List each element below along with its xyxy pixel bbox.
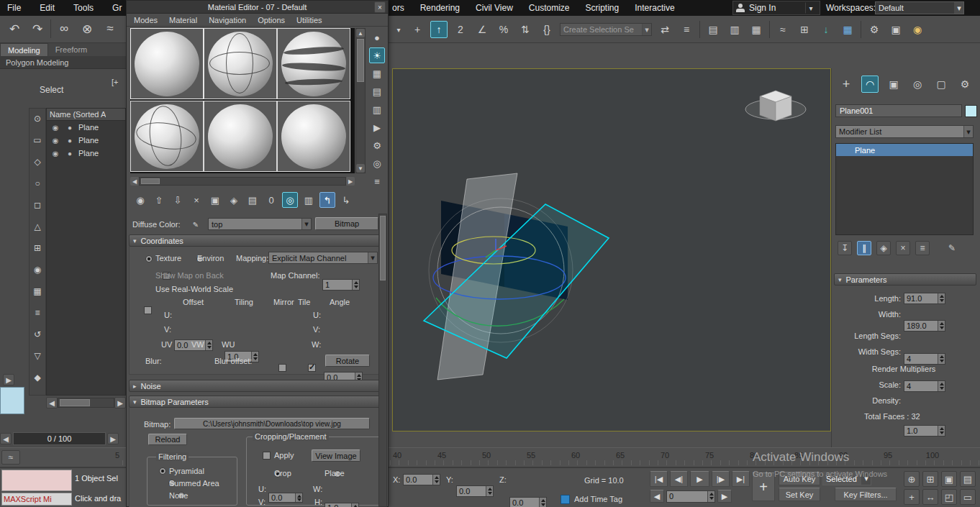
redo-icon[interactable]: ↷ bbox=[27, 19, 47, 39]
create-tab-icon[interactable]: + bbox=[838, 76, 855, 93]
layer-manager-icon[interactable]: ▤ bbox=[704, 21, 722, 38]
material-editor-titlebar[interactable]: Material Editor - 07 - Default × bbox=[127, 1, 388, 14]
rotate-button[interactable]: Rotate bbox=[325, 355, 370, 367]
mini-curve-editor-button[interactable]: ≈ bbox=[1, 450, 20, 465]
spinner-arrows[interactable] bbox=[938, 354, 945, 364]
menu-file[interactable]: File bbox=[7, 3, 21, 13]
explorer-helpers-icon[interactable]: ⊞ bbox=[30, 241, 45, 255]
scroll-left-icon[interactable]: ◀ bbox=[46, 397, 58, 408]
previous-frame-button[interactable]: ◀| bbox=[670, 471, 688, 487]
generate-preview-icon[interactable]: ▶ bbox=[369, 119, 385, 135]
mapping-dropdown[interactable]: Explicit Map Channel ▾ bbox=[268, 252, 378, 264]
scroll-right-icon[interactable]: ▶ bbox=[346, 177, 355, 186]
tab-freeform[interactable]: Freeform bbox=[48, 43, 95, 56]
background-icon[interactable]: ▦ bbox=[369, 65, 385, 81]
panel-expand-arrow-icon[interactable]: ▶ bbox=[3, 374, 14, 385]
zoom-extents-all-icon[interactable]: ▤ bbox=[960, 471, 976, 487]
menu-scripting[interactable]: Scripting bbox=[586, 3, 620, 13]
apply-checkbox[interactable] bbox=[263, 452, 271, 460]
toolbar-flyout-caret-icon[interactable]: ▾ bbox=[393, 24, 404, 35]
select-and-link-icon[interactable]: ∞ bbox=[54, 19, 74, 39]
workspaces-dropdown[interactable]: Default ▾ bbox=[875, 1, 964, 14]
explorer-row-plane-3[interactable]: ◉ ● Plane bbox=[47, 147, 125, 160]
show-end-result-icon[interactable]: ∥ bbox=[857, 241, 871, 255]
put-material-to-scene-icon[interactable]: ⇧ bbox=[151, 192, 167, 208]
grid-view-icon[interactable]: ▦ bbox=[839, 21, 856, 38]
scrollbar-thumb[interactable] bbox=[380, 216, 386, 280]
me-menu-navigation[interactable]: Navigation bbox=[209, 16, 246, 24]
material-map-navigator-icon[interactable]: ≡ bbox=[369, 173, 385, 189]
material-editor-scrollbar[interactable] bbox=[378, 214, 387, 507]
menu-modifiers[interactable]: ors bbox=[392, 3, 404, 13]
scrollbar-thumb[interactable] bbox=[141, 178, 160, 184]
bind-to-space-warp-icon[interactable]: ≈ bbox=[100, 19, 120, 39]
explorer-geometry-icon[interactable]: ◇ bbox=[30, 155, 45, 169]
object-name-field[interactable]: Plane001 bbox=[835, 104, 962, 117]
create-selection-set-dropdown[interactable]: Create Selection Se ▾ bbox=[560, 23, 652, 36]
scale-field[interactable]: 1.0 bbox=[904, 425, 945, 437]
parameters-rollout-header[interactable]: ▾ Parameters bbox=[834, 273, 976, 286]
select-and-place-icon[interactable]: ↑ bbox=[430, 21, 448, 38]
visibility-eye-icon[interactable]: ◉ bbox=[50, 134, 61, 146]
explorer-row-plane-1[interactable]: ◉ ● Plane bbox=[47, 121, 125, 134]
menu-civil-view[interactable]: Civil View bbox=[476, 3, 513, 13]
sample-slots-vscrollbar[interactable]: ▲ ▼ bbox=[355, 28, 366, 173]
spinner-arrows[interactable] bbox=[351, 503, 358, 507]
z-coordinate-field[interactable]: 0.0 bbox=[509, 497, 547, 507]
make-unique-icon[interactable]: ◈ bbox=[226, 192, 242, 208]
visibility-eye-icon[interactable]: ◉ bbox=[50, 147, 61, 159]
spinner-arrows[interactable] bbox=[486, 486, 493, 496]
zoom-all-icon[interactable]: ⊞ bbox=[922, 471, 938, 487]
current-frame-field[interactable]: 0 bbox=[666, 490, 715, 503]
sample-slots-hscrollbar[interactable]: ◀ ▶ bbox=[130, 176, 355, 186]
curve-editor-icon[interactable]: ≈ bbox=[774, 21, 791, 38]
render-setup-icon[interactable]: ⚙ bbox=[866, 21, 883, 38]
material-slot-4[interactable] bbox=[130, 101, 204, 172]
object-dot-icon[interactable]: ● bbox=[64, 134, 76, 146]
spinner-arrows[interactable] bbox=[938, 321, 945, 331]
coordinates-rollout-header[interactable]: ▾ Coordinates bbox=[129, 234, 386, 247]
named-selection-sets-icon[interactable]: {} bbox=[538, 21, 555, 38]
menu-edit[interactable]: Edit bbox=[40, 3, 55, 13]
width-segs-field[interactable]: 4 bbox=[904, 380, 945, 392]
auto-key-button[interactable]: Auto Key bbox=[779, 472, 820, 485]
video-color-check-icon[interactable]: ▥ bbox=[369, 101, 385, 117]
spinner-arrows[interactable] bbox=[938, 293, 945, 303]
me-menu-options[interactable]: Options bbox=[258, 16, 285, 24]
key-filters-button[interactable]: Key Filters... bbox=[835, 488, 897, 501]
unlink-selection-icon[interactable]: ⊗ bbox=[77, 19, 97, 39]
material-slot-1[interactable] bbox=[130, 28, 204, 99]
spinner-arrows[interactable] bbox=[707, 491, 714, 502]
explorer-scrollbar[interactable]: ◀ ▶ bbox=[46, 397, 126, 408]
object-color-swatch[interactable] bbox=[965, 105, 977, 117]
play-button[interactable]: ▶ bbox=[690, 471, 709, 487]
undo-icon[interactable]: ↶ bbox=[4, 19, 24, 39]
remove-modifier-icon[interactable]: × bbox=[896, 241, 910, 255]
explorer-bones-icon[interactable]: ▽ bbox=[30, 349, 45, 363]
spinner-arrows[interactable] bbox=[205, 340, 212, 350]
use-real-world-scale-checkbox[interactable] bbox=[144, 306, 152, 314]
menu-rendering[interactable]: Rendering bbox=[420, 3, 460, 13]
visibility-eye-icon[interactable]: ◉ bbox=[50, 122, 61, 133]
angle-snap-icon[interactable]: ∠ bbox=[473, 21, 491, 38]
explorer-lights-icon[interactable]: ◻ bbox=[30, 198, 45, 212]
scroll-down-icon[interactable]: ▼ bbox=[356, 164, 365, 173]
time-forward-icon[interactable]: ▶ bbox=[107, 433, 119, 444]
eyedropper-icon[interactable]: ✎ bbox=[190, 219, 201, 230]
menu-tools[interactable]: Tools bbox=[73, 3, 94, 13]
close-icon[interactable]: × bbox=[374, 1, 386, 13]
key-step-forward-button[interactable]: ▶ bbox=[717, 490, 732, 503]
maximize-viewport-icon[interactable]: ▭ bbox=[960, 489, 976, 505]
tab-polygon-modeling[interactable]: Polygon Modeling bbox=[0, 58, 74, 67]
bitmap-type-button[interactable]: Bitmap bbox=[315, 217, 378, 230]
percent-snap-icon[interactable]: % bbox=[495, 21, 512, 38]
menu-group[interactable]: Gr bbox=[112, 3, 122, 13]
object-dot-icon[interactable]: ● bbox=[64, 122, 76, 133]
view-image-button[interactable]: View Image bbox=[312, 449, 360, 462]
go-forward-to-sibling-icon[interactable]: ↳ bbox=[338, 192, 354, 208]
scroll-right-icon[interactable]: ▶ bbox=[114, 397, 126, 408]
ribbon-toggle-icon[interactable]: ▦ bbox=[748, 21, 765, 38]
display-tab-icon[interactable]: ▢ bbox=[933, 76, 950, 93]
show-shaded-material-in-viewport-icon[interactable]: ◎ bbox=[282, 192, 298, 208]
add-time-tag[interactable]: Add Time Tag bbox=[574, 495, 622, 503]
